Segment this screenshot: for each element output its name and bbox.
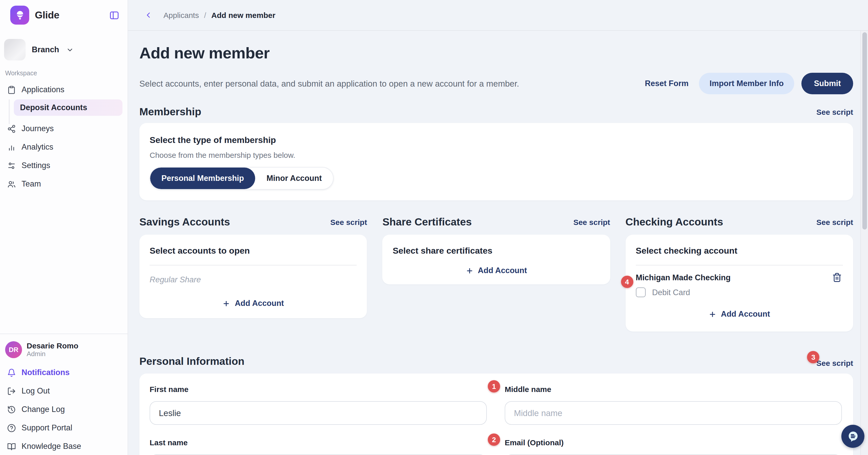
sidebar-item-change-log[interactable]: Change Log [0, 401, 128, 418]
sidebar-item-label: Applications [22, 85, 64, 94]
chevron-down-icon [66, 46, 74, 54]
sidebar-item-knowledge-base[interactable]: Knowledge Base [0, 437, 128, 455]
membership-card: Select the type of membership Choose fro… [140, 123, 853, 200]
membership-card-subtitle: Choose from the membership types below. [150, 151, 843, 159]
reset-form-button[interactable]: Reset Form [642, 74, 692, 93]
avatar: DR [5, 341, 22, 358]
subnav-guide-line [9, 99, 10, 124]
sidebar-item-label: Analytics [22, 143, 53, 152]
savings-see-script-link[interactable]: See script [330, 217, 367, 226]
certificates-see-script-link[interactable]: See script [574, 217, 610, 226]
checking-account-name: Michigan Made Checking [636, 273, 731, 282]
back-chevron-icon[interactable] [144, 11, 153, 20]
breadcrumb-separator: / [204, 11, 206, 20]
divider [150, 265, 357, 266]
breadcrumb-bar: Applicants / Add new member [128, 0, 868, 31]
plus-icon [466, 267, 473, 274]
membership-see-script-link[interactable]: See script [816, 107, 853, 116]
sidebar-item-label: Settings [22, 161, 50, 170]
sidebar-item-settings[interactable]: Settings [0, 157, 128, 174]
app-name: Glide [35, 9, 59, 21]
checking-card-title: Select checking account [636, 246, 843, 256]
sidebar-item-deposit-accounts[interactable]: Deposit Accounts [14, 99, 122, 116]
sidebar-item-label: Change Log [22, 405, 65, 414]
plus-icon [709, 310, 716, 318]
sidebar-item-label: Knowledge Base [22, 442, 81, 451]
tab-personal-membership[interactable]: Personal Membership [150, 168, 255, 189]
debit-card-label: Debit Card [652, 288, 690, 297]
middle-name-input[interactable] [505, 401, 842, 425]
sidebar-item-label: Team [22, 179, 41, 188]
debit-card-checkbox[interactable] [636, 287, 645, 297]
user-profile[interactable]: DR Desarie Romo Admin [0, 341, 128, 358]
sliders-icon [7, 161, 16, 170]
annotation-badge-4: 4 [621, 276, 633, 288]
import-member-info-button[interactable]: Import Member Info [699, 73, 795, 94]
certificates-add-account-button[interactable]: Add Account [393, 266, 600, 275]
annotation-badge-2: 2 [488, 433, 500, 446]
logo-row: Glide [0, 0, 128, 25]
annotation-badge-1: 1 [488, 380, 500, 393]
balloon-icon [14, 9, 25, 21]
sidebar-item-applications[interactable]: Applications [0, 81, 128, 98]
membership-type-toggle: Personal Membership Minor Account [150, 167, 334, 189]
sidebar-footer: DR Desarie Romo Admin Notifications Log … [0, 334, 128, 455]
savings-card: Select accounts to open Regular Share Ad… [140, 235, 367, 318]
sidebar-item-label: Support Portal [22, 423, 72, 432]
help-circle-icon [7, 424, 16, 432]
page-subtitle: Select accounts, enter personal data, an… [140, 79, 519, 88]
savings-add-account-button[interactable]: Add Account [150, 299, 357, 308]
middle-name-label: Middle name [505, 385, 842, 394]
checking-add-account-button[interactable]: Add Account [636, 309, 843, 319]
page-actions: Reset Form Import Member Info Submit [642, 73, 853, 94]
user-name: Desarie Romo [27, 341, 79, 350]
tab-minor-account[interactable]: Minor Account [255, 168, 333, 189]
sidebar-subnav: Deposit Accounts [14, 99, 122, 116]
savings-default-account: Regular Share [150, 275, 357, 284]
breadcrumb-current: Add new member [211, 11, 275, 20]
org-switcher[interactable]: Branch [0, 39, 128, 60]
sidebar-item-journeys[interactable]: Journeys [0, 120, 128, 137]
sidebar-item-analytics[interactable]: Analytics [0, 138, 128, 156]
submit-button[interactable]: Submit [802, 73, 853, 94]
sidebar-item-label: Notifications [22, 368, 70, 377]
sidebar-item-team[interactable]: Team [0, 175, 128, 193]
first-name-label: First name [150, 385, 487, 394]
savings-heading: Savings Accounts [140, 216, 230, 228]
page-title: Add new member [140, 44, 853, 62]
savings-column: Savings Accounts See script Select accou… [140, 216, 367, 318]
checking-card: 4 Select checking account Michigan Made … [625, 235, 853, 332]
app-window: Glide Branch Workspace Applications Depo… [0, 0, 868, 455]
checking-heading: Checking Accounts [625, 216, 723, 228]
sidebar-item-label: Log Out [22, 386, 50, 396]
glide-logo [10, 6, 29, 25]
chat-bubble-icon [846, 430, 860, 443]
plus-icon [222, 300, 230, 307]
history-icon [7, 405, 16, 414]
trash-icon[interactable] [832, 273, 842, 282]
certificates-card-title: Select share certificates [393, 246, 600, 256]
savings-card-title: Select accounts to open [150, 246, 357, 256]
last-name-label: Last name [150, 438, 487, 447]
bell-icon [7, 368, 16, 377]
sidebar-item-log-out[interactable]: Log Out [0, 382, 128, 400]
last-name-field: Last name [150, 438, 487, 455]
sidebar-item-notifications[interactable]: Notifications [0, 364, 128, 381]
personal-info-card: First name 1 Middle name Last name 2 [140, 373, 853, 455]
personal-info-heading: Personal Information [140, 355, 244, 367]
membership-card-title: Select the type of membership [150, 135, 843, 146]
membership-heading: Membership [140, 105, 202, 118]
personal-see-script-link[interactable]: See script [816, 359, 853, 367]
share-network-icon [7, 124, 16, 133]
scrollbar-track [860, 31, 868, 455]
checking-see-script-link[interactable]: See script [816, 217, 853, 226]
user-role: Admin [27, 350, 79, 358]
scrollbar-thumb[interactable] [862, 32, 867, 230]
sidebar-collapse-icon[interactable] [109, 10, 119, 20]
email-label: Email (Optional) [505, 438, 842, 447]
chat-widget-button[interactable] [841, 425, 864, 448]
bar-chart-icon [7, 143, 16, 151]
first-name-input[interactable] [150, 401, 487, 425]
breadcrumb-parent[interactable]: Applicants [163, 11, 199, 20]
sidebar-item-support-portal[interactable]: Support Portal [0, 419, 128, 436]
